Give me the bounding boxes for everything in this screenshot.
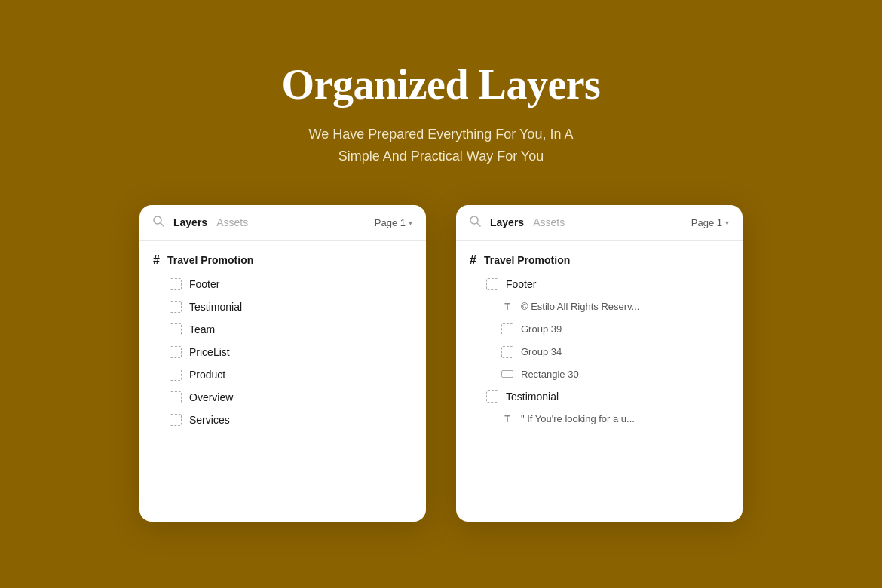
layer-name-pricelist: PriceList xyxy=(189,346,230,358)
header-section: Organized Layers We Have Prepared Everyt… xyxy=(282,60,601,167)
panel-right-header: Layers Assets Page 1 ▾ xyxy=(456,205,743,241)
list-item-testimonial[interactable]: Testimonial xyxy=(456,385,743,408)
panel-right-body: # Travel Promotion Footer T © Estilo All… xyxy=(456,241,743,436)
dashed-rect-icon xyxy=(486,278,498,290)
page-selector-left[interactable]: Page 1 ▾ xyxy=(375,217,412,228)
list-item-sub[interactable]: Rectangle 30 xyxy=(456,363,743,385)
dashed-rect-icon xyxy=(170,346,182,358)
search-icon-right[interactable] xyxy=(470,216,481,230)
layer-name-footer-right: Footer xyxy=(506,278,536,290)
dashed-rect-icon xyxy=(170,301,182,313)
panels-container: Layers Assets Page 1 ▾ # Travel Promotio… xyxy=(139,205,743,522)
panel-left-body: # Travel Promotion Footer Testimonial Te… xyxy=(139,241,426,437)
layer-name-team: Team xyxy=(189,323,215,335)
layer-name-services: Services xyxy=(189,414,230,426)
hash-icon-right: # xyxy=(470,253,476,267)
list-item[interactable]: Overview xyxy=(139,386,426,409)
dashed-rect-icon xyxy=(170,414,182,426)
rect-icon xyxy=(501,370,513,378)
search-icon[interactable] xyxy=(153,216,164,230)
list-item[interactable]: Footer xyxy=(139,273,426,296)
list-item[interactable]: Services xyxy=(139,409,426,431)
layer-root-right[interactable]: # Travel Promotion xyxy=(456,247,743,273)
list-item-sub[interactable]: T © Estilo All Rights Reserv... xyxy=(456,296,743,318)
svg-line-1 xyxy=(161,223,164,226)
text-t-icon: T xyxy=(501,301,513,313)
dashed-rect-icon xyxy=(501,323,513,335)
list-item[interactable]: PriceList xyxy=(139,341,426,363)
layer-root-left[interactable]: # Travel Promotion xyxy=(139,247,426,273)
layer-name-copyright: © Estilo All Rights Reserv... xyxy=(521,301,639,312)
layer-name-footer: Footer xyxy=(189,278,219,290)
tab-layers-right[interactable]: Layers xyxy=(490,216,524,228)
list-item[interactable]: Testimonial xyxy=(139,296,426,318)
layer-name-product: Product xyxy=(189,369,225,381)
panel-left-header: Layers Assets Page 1 ▾ xyxy=(139,205,426,241)
page-selector-right[interactable]: Page 1 ▾ xyxy=(691,217,729,228)
layer-name-testimonial-text: " If You're looking for a u... xyxy=(521,413,635,424)
list-item[interactable]: Team xyxy=(139,318,426,341)
panel-right: Layers Assets Page 1 ▾ # Travel Promotio… xyxy=(456,205,743,522)
chevron-down-icon-right: ▾ xyxy=(725,219,729,227)
tab-assets-right[interactable]: Assets xyxy=(533,216,565,228)
dashed-rect-icon xyxy=(501,346,513,358)
travel-promotion-label-left: Travel Promotion xyxy=(167,254,253,266)
hash-icon: # xyxy=(153,253,160,267)
list-item-sub[interactable]: Group 34 xyxy=(456,341,743,363)
layer-name-testimonial-right: Testimonial xyxy=(506,390,559,403)
list-item[interactable]: Product xyxy=(139,363,426,386)
tab-layers-left[interactable]: Layers xyxy=(173,216,207,228)
chevron-down-icon: ▾ xyxy=(409,219,412,227)
subtitle: We Have Prepared Everything For You, In … xyxy=(282,124,601,167)
dashed-rect-icon xyxy=(170,323,182,335)
tab-assets-left[interactable]: Assets xyxy=(216,216,248,228)
dashed-rect-icon xyxy=(170,391,182,403)
text-t-icon-2: T xyxy=(501,413,513,425)
list-item-sub[interactable]: T " If You're looking for a u... xyxy=(456,408,743,430)
layer-name-group34: Group 34 xyxy=(521,346,562,357)
panel-left: Layers Assets Page 1 ▾ # Travel Promotio… xyxy=(139,205,426,522)
list-item-footer[interactable]: Footer xyxy=(456,273,743,296)
layer-name-rect30: Rectangle 30 xyxy=(521,369,579,380)
layer-name-testimonial: Testimonial xyxy=(189,301,242,313)
svg-line-3 xyxy=(477,223,480,226)
dashed-rect-icon xyxy=(486,390,498,403)
page-title: Organized Layers xyxy=(282,60,601,109)
dashed-rect-icon xyxy=(170,369,182,381)
travel-promotion-label-right: Travel Promotion xyxy=(484,254,570,266)
layer-name-overview: Overview xyxy=(189,391,233,403)
dashed-rect-icon xyxy=(170,278,182,290)
layer-name-group39: Group 39 xyxy=(521,323,562,335)
list-item-sub[interactable]: Group 39 xyxy=(456,318,743,341)
